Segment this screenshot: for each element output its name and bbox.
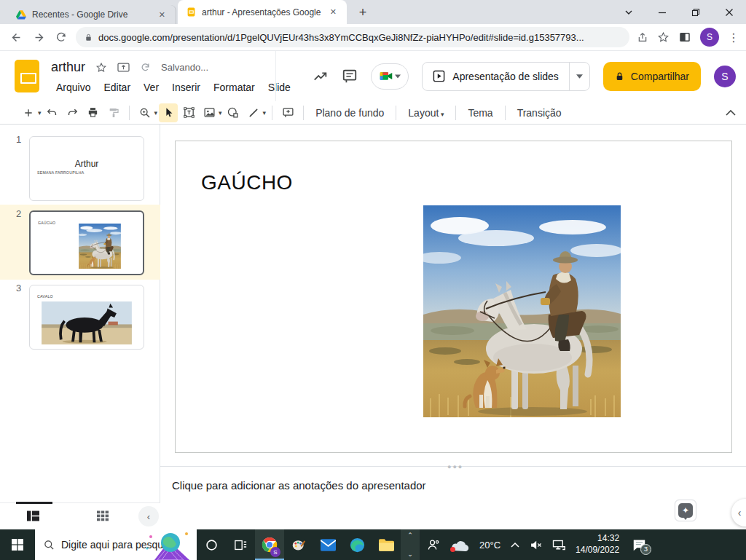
insert-image-button[interactable]	[200, 103, 219, 122]
menu-arquivo[interactable]: Arquivo	[51, 79, 95, 95]
tab-search-chevron-icon[interactable]	[612, 0, 645, 24]
zoom-caret[interactable]: ▾	[154, 109, 158, 117]
line-caret[interactable]: ▾	[263, 109, 267, 117]
menu-ver[interactable]: Ver	[138, 79, 164, 95]
taskbar-paint-button[interactable]	[284, 529, 313, 560]
start-button[interactable]	[0, 529, 35, 560]
present-label: Apresentação de slides	[452, 71, 559, 82]
tab-close-icon[interactable]: ✕	[327, 6, 339, 18]
notes-divider[interactable]: ●●●	[160, 466, 746, 467]
taskbar-edge-button[interactable]	[342, 529, 372, 560]
transition-button[interactable]: Transição	[511, 104, 568, 122]
meet-icon	[380, 71, 393, 82]
task-view-button[interactable]	[226, 529, 255, 560]
side-panel-chevron-button[interactable]: ‹	[731, 499, 746, 527]
explore-icon: ✦	[678, 503, 693, 518]
url-text: docs.google.com/presentation/d/1PgelQUVj…	[98, 32, 622, 43]
notes-drag-handle[interactable]: ●●●	[447, 463, 463, 470]
browser-menu-icon[interactable]: ⋮	[728, 31, 739, 44]
forward-button[interactable]	[33, 31, 45, 44]
hide-menus-chevron[interactable]	[726, 109, 736, 116]
slides-toolbar: ▾ ▾ ▾ ▾ Plano de fundo Layout ▾ Tema Tra…	[0, 101, 746, 125]
thumb1-title: Arthur	[30, 159, 144, 169]
slide-canvas[interactable]: GAÚCHO	[175, 141, 732, 453]
new-tab-button[interactable]: +	[353, 2, 373, 23]
account-avatar[interactable]: S	[714, 66, 736, 87]
grid-view-button[interactable]	[96, 510, 109, 521]
menu-inserir[interactable]: Inserir	[167, 79, 205, 95]
slides-favicon	[186, 7, 196, 17]
menu-formatar[interactable]: Formatar	[208, 79, 260, 95]
select-tool-button[interactable]	[159, 103, 178, 122]
text-box-button[interactable]	[179, 103, 198, 122]
restore-button[interactable]	[679, 0, 712, 24]
minimize-button[interactable]	[645, 0, 679, 24]
taskbar-scroll-arrows[interactable]: ⌃⌄	[401, 529, 420, 560]
share-label: Compartilhar	[631, 71, 689, 82]
bookmark-star-icon[interactable]	[657, 31, 670, 44]
menu-editar[interactable]: Editar	[98, 79, 136, 95]
tab-slides[interactable]: arthur - Apresentações Google ✕	[178, 0, 347, 24]
new-slide-caret[interactable]: ▾	[38, 109, 42, 117]
insert-comment-button[interactable]	[278, 103, 297, 122]
menu-bar: Arquivo Editar Ver Inserir Formatar Slid…	[51, 79, 296, 95]
back-button[interactable]	[10, 31, 23, 44]
undo-button[interactable]	[43, 103, 62, 122]
line-button[interactable]	[244, 103, 263, 122]
hidden-icons-chevron[interactable]	[511, 542, 519, 548]
background-button[interactable]: Plano de fundo	[310, 104, 390, 122]
theme-button[interactable]: Tema	[462, 104, 498, 122]
taskbar-search-box[interactable]: Digite aqui para pesquisar	[35, 529, 197, 560]
share-page-icon[interactable]	[637, 31, 648, 43]
paint-format-button[interactable]	[104, 103, 123, 122]
browser-profile-avatar[interactable]: S	[700, 28, 719, 47]
menu-slide[interactable]: Slide	[263, 79, 296, 95]
people-icon[interactable]	[427, 539, 440, 551]
slide-thumbnail-2[interactable]: 2 GAÚCHO	[0, 205, 160, 280]
star-document-icon[interactable]	[95, 62, 107, 74]
collapse-filmstrip-button[interactable]: ‹	[138, 506, 159, 527]
speaker-notes-placeholder[interactable]: Clique para adicionar as anotações do ap…	[172, 479, 426, 492]
zoom-button[interactable]	[136, 103, 154, 122]
present-options-caret[interactable]	[569, 62, 589, 91]
weather-icon[interactable]	[450, 539, 469, 551]
activity-icon[interactable]	[313, 68, 329, 84]
explore-button[interactable]: ✦	[675, 500, 696, 521]
tab-close-icon[interactable]: ✕	[156, 9, 168, 21]
side-panel-icon[interactable]	[678, 31, 691, 44]
print-button[interactable]	[84, 103, 103, 122]
volume-muted-icon[interactable]	[530, 540, 542, 551]
slide-image-gaucho[interactable]	[423, 205, 621, 417]
slides-logo[interactable]	[15, 60, 39, 92]
close-window-button[interactable]	[712, 0, 746, 24]
new-slide-button[interactable]	[19, 103, 38, 122]
insert-image-caret[interactable]: ▾	[219, 109, 222, 117]
network-icon[interactable]	[552, 540, 565, 551]
reload-button[interactable]	[55, 31, 67, 43]
slide-thumbnail-3[interactable]: 3 CAVALO	[0, 279, 160, 354]
slide-title-text[interactable]: GAÚCHO	[201, 171, 293, 194]
thumb3-image	[42, 301, 132, 344]
tab-google-drive[interactable]: Recentes - Google Drive ✕	[7, 5, 176, 24]
taskbar-mail-button[interactable]	[313, 529, 342, 560]
comments-icon[interactable]	[342, 68, 358, 84]
cortana-button[interactable]	[197, 529, 226, 560]
shape-button[interactable]	[224, 103, 243, 122]
url-bar[interactable]: docs.google.com/presentation/d/1PgelQUVj…	[76, 27, 629, 47]
move-folder-icon[interactable]	[117, 62, 130, 73]
filmstrip-view-button[interactable]	[26, 510, 40, 522]
taskbar-clock[interactable]: 14:32 14/09/2022	[576, 533, 619, 556]
notification-center-button[interactable]: 3	[632, 539, 646, 551]
redo-button[interactable]	[63, 103, 82, 122]
taskbar-explorer-button[interactable]	[372, 529, 401, 560]
slide-thumbnail-1[interactable]: 1 Arthur SEMANA FARROUPILHA	[0, 130, 160, 205]
meet-button[interactable]	[371, 63, 409, 90]
present-button[interactable]: Apresentação de slides	[422, 62, 590, 91]
temperature-label[interactable]: 20°C	[479, 540, 500, 551]
layout-button[interactable]: Layout ▾	[402, 104, 449, 122]
document-title[interactable]: arthur	[51, 60, 85, 75]
scroll-down-icon[interactable]: ⌄	[407, 551, 413, 558]
scroll-up-icon[interactable]: ⌃	[407, 532, 413, 539]
share-button[interactable]: Compartilhar	[603, 62, 701, 91]
taskbar-chrome-button[interactable]: S	[255, 529, 284, 560]
